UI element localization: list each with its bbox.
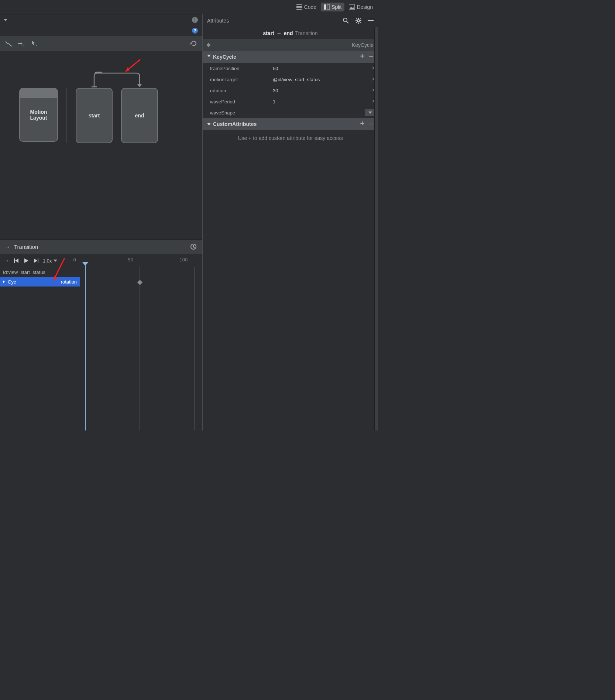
constraintset-start[interactable]: start <box>76 88 113 143</box>
timeline-id-label: Id:view_start_status <box>3 270 45 275</box>
right-gutter <box>374 27 378 430</box>
timeline-grid[interactable] <box>80 267 202 430</box>
collapse-icon[interactable] <box>207 55 211 59</box>
svg-text:+: + <box>196 247 197 251</box>
collapse-icon[interactable] <box>207 123 211 126</box>
diamond-icon <box>206 43 210 47</box>
motion-canvas[interactable]: Motion Layout start end <box>0 51 202 239</box>
design-mode-button[interactable]: Design <box>346 3 376 11</box>
add-custom-icon[interactable]: + <box>360 119 364 129</box>
image-icon <box>349 4 355 10</box>
svg-rect-22 <box>38 258 38 263</box>
expand-icon[interactable] <box>3 280 5 283</box>
add-keyframe-icon[interactable]: + <box>190 243 197 251</box>
svg-marker-20 <box>24 258 28 263</box>
svg-rect-0 <box>324 4 326 10</box>
add-click-icon[interactable]: + <box>30 40 37 47</box>
keycycle-section-header[interactable]: KeyCycle + − <box>203 51 378 63</box>
prop-value[interactable]: 30 <box>273 88 370 93</box>
motion-layout-label: Motion Layout <box>30 109 47 121</box>
skip-start-icon[interactable] <box>14 258 19 263</box>
cyc-label: Cyc <box>8 279 16 285</box>
skip-end-icon[interactable] <box>33 258 38 263</box>
keyframe-marker[interactable] <box>137 280 142 285</box>
constraintset-end[interactable]: end <box>121 88 158 143</box>
tick-50: 50 <box>128 257 133 262</box>
split-icon <box>324 4 330 10</box>
add-constraintset-icon[interactable]: + <box>4 40 12 47</box>
minimize-icon[interactable] <box>368 20 374 21</box>
motion-editor-panel: ? + + + Motion Layout start end <box>0 14 202 430</box>
search-icon[interactable] <box>343 17 349 24</box>
svg-text:+: + <box>23 43 24 47</box>
design-mode-label: Design <box>357 4 373 10</box>
help-icon[interactable]: ? <box>192 27 198 34</box>
tick-0: 0 <box>73 257 76 262</box>
dropdown-icon[interactable] <box>4 19 7 21</box>
bc-kind: Transition <box>295 30 318 36</box>
add-transition-icon[interactable]: + <box>17 40 24 47</box>
transition-arrow-icon: → <box>4 244 10 250</box>
svg-marker-19 <box>15 258 18 263</box>
transition-breadcrumb: start → end Transition <box>203 27 378 39</box>
start-label: start <box>89 113 100 119</box>
prop-value[interactable]: 1 <box>273 99 370 104</box>
prop-value[interactable]: 50 <box>273 66 370 71</box>
keycycle-type-label: KeyCycle <box>352 42 374 48</box>
editor-sub-bar-2: ? <box>0 25 202 36</box>
svg-point-25 <box>343 18 347 22</box>
tick-100: 100 <box>180 257 188 262</box>
motion-layout-header <box>20 89 57 98</box>
customattributes-section-header[interactable]: CustomAttributes + − <box>203 118 378 130</box>
play-icon[interactable] <box>24 258 29 263</box>
transition-title: Transition <box>14 244 38 250</box>
svg-line-26 <box>347 21 348 23</box>
attributes-panel: Attributes start → end Transition KeyCyc… <box>202 14 378 430</box>
end-label: end <box>135 113 144 119</box>
chevron-down-icon <box>368 111 372 114</box>
svg-text:+: + <box>10 44 12 47</box>
bc-to: end <box>284 30 293 36</box>
svg-text:+: + <box>36 43 37 47</box>
prop-motiontarget[interactable]: motionTarget @id/view_start_status ⚑ <box>203 74 378 85</box>
annotation-arrow-1 <box>122 58 144 76</box>
code-mode-button[interactable]: Code <box>293 3 319 11</box>
separator-line <box>66 88 66 143</box>
prop-key: waveShape <box>203 110 273 116</box>
remove-prop-icon[interactable]: − <box>369 52 374 62</box>
add-prop-icon[interactable]: + <box>360 52 364 62</box>
prop-key: motionTarget <box>203 77 273 82</box>
gridline-100 <box>194 267 195 430</box>
motion-toolbar: + + + <box>0 36 202 51</box>
timeline[interactable]: Id:view_start_status Cyc rotation <box>0 267 202 430</box>
bc-from: start <box>263 30 274 36</box>
warning-icon[interactable] <box>192 17 198 23</box>
code-mode-label: Code <box>304 4 316 10</box>
prop-waveperiod[interactable]: wavePeriod 1 ⚑ <box>203 96 378 107</box>
attributes-header: Attributes <box>203 14 378 27</box>
motion-layout-box[interactable]: Motion Layout <box>19 88 58 142</box>
remove-custom-icon[interactable]: − <box>369 119 374 129</box>
prop-value[interactable]: @id/view_start_status <box>273 77 370 82</box>
custom-attr-hint: Use + to add custom attribute for easy a… <box>203 130 378 146</box>
hint-post: to add custom attribute for easy access <box>251 135 343 141</box>
svg-rect-12 <box>92 86 97 88</box>
gear-icon[interactable] <box>355 17 362 24</box>
playhead[interactable] <box>85 264 86 430</box>
annotation-arrow-2 <box>50 256 68 286</box>
transition-panel-header: → Transition + <box>0 239 202 254</box>
prop-key: rotation <box>203 88 273 93</box>
gridline-50 <box>140 267 140 430</box>
prop-waveshape[interactable]: waveShape <box>203 107 378 118</box>
svg-rect-6 <box>195 21 195 22</box>
cycle-icon[interactable] <box>190 40 197 47</box>
direction-icon[interactable]: → <box>4 257 10 264</box>
prop-frameposition[interactable]: framePosition 50 ⚑ <box>203 63 378 74</box>
svg-marker-3 <box>350 7 354 9</box>
keycycle-type-row: KeyCycle <box>203 39 378 51</box>
list-icon <box>296 4 302 10</box>
prop-rotation[interactable]: rotation 30 ⚑ <box>203 85 378 96</box>
playback-bar: → 1.0x 0 50 100 <box>0 254 202 267</box>
split-mode-button[interactable]: Split <box>321 3 344 11</box>
svg-point-27 <box>357 20 360 22</box>
